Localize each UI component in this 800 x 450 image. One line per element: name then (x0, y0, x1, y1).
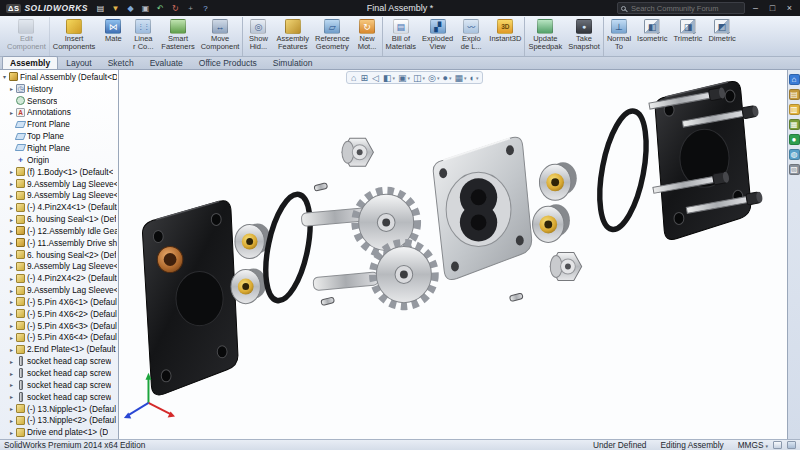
expand-arrow-icon[interactable]: ▸ (8, 405, 15, 412)
expand-arrow-icon[interactable]: ▸ (8, 239, 15, 246)
tree-item[interactable]: ▸ (-) 5.Pin 4X6<2> (Defaul (0, 308, 118, 320)
menubar-button[interactable]: ◆ (124, 2, 137, 14)
expand-arrow-icon[interactable]: ▸ (8, 227, 15, 234)
maximize-button[interactable]: □ (766, 2, 779, 14)
headsup-button[interactable]: ▣ ▾ (397, 72, 411, 84)
expand-arrow-icon[interactable]: ▸ (8, 298, 15, 305)
tree-item[interactable]: Origin (0, 154, 118, 166)
expand-arrow-icon[interactable]: ▸ (8, 393, 15, 400)
pump-body[interactable] (433, 137, 531, 279)
tree-item[interactable]: ▸ 9.Assembly Lag Sleeve< (0, 178, 118, 190)
toolbar-button[interactable]: Linea r Co... (128, 17, 158, 56)
quick-tips-icon[interactable] (787, 441, 796, 449)
expand-arrow-icon[interactable]: ▸ (8, 287, 15, 294)
headsup-button[interactable]: ⌂ (350, 72, 358, 84)
lag-sleeve-pair-right[interactable] (533, 162, 577, 242)
toolbar-button[interactable]: Take Snapshot (565, 17, 604, 56)
tree-item[interactable]: ▸ 9.Assembly Lag Sleeve< (0, 261, 118, 273)
tree-item[interactable]: ▸ History (0, 83, 118, 95)
expand-arrow-icon[interactable]: ▸ (8, 346, 15, 353)
toolbar-button[interactable]: Explo de L... (456, 17, 486, 56)
toolbar-button[interactable]: New Mot... (353, 17, 383, 56)
headsup-button[interactable]: ◁ (371, 72, 381, 84)
toolbar-button[interactable]: Show Hid... (243, 17, 273, 56)
housing-seal-right[interactable] (591, 107, 654, 233)
toolbar-button[interactable]: Normal To (604, 17, 634, 56)
menubar-button[interactable]: ↶ (154, 2, 167, 14)
tree-item[interactable]: Top Plane (0, 130, 118, 142)
menubar-button[interactable]: ? (199, 2, 212, 14)
menubar-button[interactable]: ▣ (139, 2, 152, 14)
headsup-button[interactable]: ◐ ▾ (468, 72, 479, 84)
taskpane-tab[interactable]: ▦ (789, 119, 800, 130)
headsup-button[interactable]: ◎ ▾ (427, 72, 440, 84)
tree-item[interactable]: ▸ 2.End Plate<1> (Default (0, 343, 118, 355)
toolbar-button[interactable]: Bill of Materials (383, 17, 419, 56)
units-selector[interactable]: MMGS▾ (738, 440, 768, 450)
taskpane-tab[interactable]: ▧ (789, 164, 800, 175)
tree-item[interactable]: ▸ (-) 11.Assembly Drive sh (0, 237, 118, 249)
community-search[interactable] (617, 2, 745, 14)
toolbar-button[interactable]: Update Speedpak (525, 17, 565, 56)
expand-arrow-icon[interactable]: ▸ (8, 192, 15, 199)
tag-icon[interactable] (773, 441, 782, 449)
pin-4x6-a[interactable] (321, 297, 335, 306)
tree-item[interactable]: ▸ (-) 5.Pin 4X6<3> (Defaul (0, 320, 118, 332)
expand-arrow-icon[interactable]: ▸ (8, 370, 15, 377)
tree-item[interactable]: ▸ socket head cap screw (0, 367, 118, 379)
tree-item[interactable]: ▸ 9.Assembly Lag Sleeve< (0, 189, 118, 201)
headsup-button[interactable]: ◧ ▾ (382, 72, 396, 84)
expand-arrow-icon[interactable]: ▸ (8, 358, 15, 365)
headsup-button[interactable]: ▦ ▾ (453, 72, 467, 84)
pin-2x4[interactable] (314, 183, 328, 192)
tree-item[interactable]: ▸ 6. housing Seal<2> (Def (0, 249, 118, 261)
tree-item[interactable]: ▸ (-) 5.Pin 4X6<4> (Defaul (0, 332, 118, 344)
tree-item[interactable]: ▸ socket head cap screw (0, 379, 118, 391)
tree-item[interactable]: ▸ 6. housing Seal<1> (Def (0, 213, 118, 225)
tree-item[interactable]: ▸ Drive end plate<1> (D (0, 426, 118, 438)
toolbar-button[interactable]: Insert Components (50, 17, 99, 56)
tree-item[interactable]: ▸ (-) 12.Assembly Idle Gea (0, 225, 118, 237)
toolbar-button[interactable]: Trimetric (670, 17, 705, 56)
expand-arrow-icon[interactable]: ▸ (8, 275, 15, 282)
expand-arrow-icon[interactable]: ▸ (8, 417, 15, 424)
tree-item[interactable]: ▸ (-) 13.Nipple<2> (Defaul (0, 414, 118, 426)
tree-item[interactable]: ▸ (-) 4.Pin2X4<2> (Default (0, 272, 118, 284)
tree-item[interactable]: ▸ 9.Assembly Lag Sleeve< (0, 284, 118, 296)
taskpane-tab[interactable]: ▥ (789, 104, 800, 115)
idle-gear[interactable] (373, 243, 435, 306)
expand-arrow-icon[interactable]: ▸ (8, 334, 15, 341)
pin-4x6-b[interactable] (509, 293, 523, 302)
tree-item[interactable]: ▾ Final Assembly (Default<D (0, 71, 118, 83)
taskpane-tab[interactable]: ⌂ (789, 74, 800, 85)
toolbar-button[interactable]: Exploded View (419, 17, 456, 56)
drive-end-plate[interactable] (143, 201, 238, 395)
ribbon-tab[interactable]: Evaluate (142, 56, 191, 69)
headsup-button[interactable]: ● ▾ (441, 72, 452, 84)
toolbar-button[interactable]: Smart Fasteners (158, 17, 197, 56)
ribbon-tab[interactable]: Sketch (100, 56, 142, 69)
ribbon-tab[interactable]: Simulation (265, 56, 321, 69)
tree-item[interactable]: ▸ (-) 4.Pin2X4<1> (Default (0, 201, 118, 213)
toolbar-button[interactable]: Edit Component (4, 17, 50, 56)
search-input[interactable] (629, 3, 741, 14)
toolbar-button[interactable]: Assembly Features (273, 17, 312, 56)
expand-arrow-icon[interactable]: ▸ (8, 251, 15, 258)
tree-item[interactable]: Sensors (0, 95, 118, 107)
expand-arrow-icon[interactable]: ▾ (1, 73, 8, 80)
toolbar-button[interactable]: Dimetric (705, 17, 739, 56)
expand-arrow-icon[interactable]: ▸ (8, 263, 15, 270)
menubar-button[interactable]: ↻ (169, 2, 182, 14)
gear-shaft-assembly[interactable] (301, 191, 435, 306)
ribbon-tab[interactable]: Office Products (191, 56, 265, 69)
menubar-button[interactable]: ▼ (109, 2, 122, 14)
tree-item[interactable]: ▸ socket head cap screw (0, 355, 118, 367)
expand-arrow-icon[interactable]: ▸ (8, 109, 15, 116)
graphics-viewport[interactable]: ⌂ ⊞ ◁ ◧ ▾ ▣ ▾ ◫ (119, 70, 787, 439)
toolbar-button[interactable]: Reference Geometry (312, 17, 353, 56)
tree-item[interactable]: ▸ socket head cap screw (0, 391, 118, 403)
tree-item[interactable]: ▸ (-) 5.Pin 4X6<1> (Defaul (0, 296, 118, 308)
close-button[interactable]: × (783, 2, 796, 14)
expand-arrow-icon[interactable]: ▸ (8, 168, 15, 175)
nipple-fitting-right[interactable] (550, 252, 581, 280)
